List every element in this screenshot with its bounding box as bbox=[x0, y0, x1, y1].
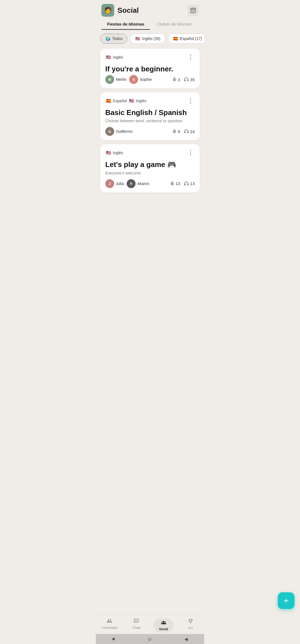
card3-more-button[interactable]: ⋮ bbox=[186, 149, 195, 156]
filter-todos-label: Todos bbox=[112, 36, 122, 41]
headphone-icon bbox=[184, 77, 189, 82]
flag-es-card2: 🇪🇸 bbox=[105, 98, 111, 104]
flag-us-card2: 🇺🇸 bbox=[129, 98, 135, 104]
card3-mic-stat: 13 bbox=[170, 181, 180, 186]
card1-headphone-stat: 35 bbox=[184, 77, 195, 82]
flag-us: 🇺🇸 bbox=[135, 36, 140, 41]
avatar-guillermo: G bbox=[105, 127, 114, 136]
card3-footer: J Julia A Akanni 13 bbox=[105, 179, 195, 188]
card2-mic-stat: 9 bbox=[172, 129, 180, 134]
avatar-merlin: M bbox=[105, 75, 114, 84]
card1-user-merlin: M Merlin bbox=[105, 75, 126, 84]
card1-headphone-count: 35 bbox=[190, 77, 195, 82]
avatar-julia: J bbox=[105, 179, 114, 188]
filter-row: 🌍 Todos 🇺🇸 Inglés (39) 🇪🇸 Español (17) bbox=[96, 30, 204, 46]
card-basic-english[interactable]: 🇪🇸 Español 🇺🇸 Inglés ⋮ Basic English / S… bbox=[100, 92, 200, 140]
svg-rect-6 bbox=[194, 11, 194, 11]
card3-headphone-count: 13 bbox=[190, 181, 195, 186]
avatar-sophie: S bbox=[129, 75, 138, 84]
user-guillermo-name: Guillermo bbox=[116, 129, 132, 134]
filter-todos[interactable]: 🌍 Todos bbox=[100, 34, 127, 44]
svg-rect-8 bbox=[193, 12, 193, 12]
app-header: 🧑 Social bbox=[96, 0, 204, 19]
card2-flag-espanol: 🇪🇸 Español bbox=[105, 98, 127, 104]
user-sophie-name: Sophie bbox=[140, 77, 152, 82]
headphone-icon-3 bbox=[184, 181, 189, 186]
mic-icon-3 bbox=[170, 181, 174, 186]
flag-us-card1: 🇺🇸 bbox=[105, 54, 111, 60]
page-title: Social bbox=[118, 6, 139, 15]
headphone-icon-2 bbox=[184, 129, 189, 134]
card1-flags: 🇺🇸 Inglés bbox=[105, 54, 123, 60]
flag-world: 🌍 bbox=[105, 36, 111, 41]
tab-fiestas[interactable]: Fiestas de Idiomas bbox=[101, 22, 150, 30]
card3-stats: 13 13 bbox=[170, 181, 195, 186]
card2-flag-ingles: 🇺🇸 Inglés bbox=[129, 98, 146, 104]
card2-title: Basic English / Spanish bbox=[105, 108, 195, 117]
card1-header: 🇺🇸 Inglés ⋮ bbox=[105, 54, 195, 61]
card3-flag-ingles: 🇺🇸 Inglés bbox=[105, 150, 123, 156]
user-avatar-header[interactable]: 🧑 bbox=[101, 4, 114, 17]
card1-user-sophie: S Sophie bbox=[129, 75, 152, 84]
card1-more-button[interactable]: ⋮ bbox=[186, 54, 195, 61]
card3-title: Let's play a game 🎮 bbox=[105, 160, 195, 169]
svg-rect-0 bbox=[191, 8, 196, 13]
avatar-akanni: A bbox=[127, 179, 136, 188]
card2-avatars: G Guillermo bbox=[105, 127, 132, 136]
card2-headphone-stat: 24 bbox=[184, 129, 195, 134]
filter-ingles-label: Inglés (39) bbox=[142, 36, 160, 41]
card1-mic-stat: 3 bbox=[172, 77, 180, 82]
tab-clubes[interactable]: Clubes de Idiomas bbox=[150, 22, 199, 30]
svg-rect-4 bbox=[192, 11, 192, 11]
filter-espanol-label: Español (17) bbox=[180, 36, 202, 41]
tabs-row: Fiestas de Idiomas Clubes de Idiomas bbox=[96, 22, 204, 30]
header-left: 🧑 Social bbox=[101, 4, 139, 17]
calendar-button[interactable] bbox=[188, 5, 199, 16]
mic-icon-2 bbox=[172, 129, 177, 134]
card2-footer: G Guillermo 9 24 bbox=[105, 127, 195, 136]
card1-avatars: M Merlin S Sophie bbox=[105, 75, 152, 84]
card-play-game[interactable]: 🇺🇸 Inglés ⋮ Let's play a game 🎮 Everyone… bbox=[100, 144, 200, 192]
card2-flags: 🇪🇸 Español 🇺🇸 Inglés bbox=[105, 98, 146, 104]
card3-avatars: J Julia A Akanni bbox=[105, 179, 149, 188]
card3-headphone-stat: 13 bbox=[184, 181, 195, 186]
card1-footer: M Merlin S Sophie 3 bbox=[105, 75, 195, 84]
user-merlin-name: Merlin bbox=[116, 77, 126, 82]
svg-rect-5 bbox=[193, 11, 193, 11]
card2-more-button[interactable]: ⋮ bbox=[186, 97, 195, 104]
card3-subtitle: Everyone's welcome bbox=[105, 171, 195, 175]
flag-es: 🇪🇸 bbox=[173, 36, 178, 41]
mic-icon bbox=[172, 77, 177, 82]
card2-user-guillermo: G Guillermo bbox=[105, 127, 132, 136]
card3-header: 🇺🇸 Inglés ⋮ bbox=[105, 149, 195, 156]
card1-stats: 3 35 bbox=[172, 77, 195, 82]
card2-stats: 9 24 bbox=[172, 129, 195, 134]
card3-flags: 🇺🇸 Inglés bbox=[105, 150, 123, 156]
card2-subtitle: Choose between word, sentence or questio… bbox=[105, 119, 195, 123]
filter-espanol[interactable]: 🇪🇸 Español (17) bbox=[168, 34, 204, 44]
card1-mic-count: 3 bbox=[178, 77, 180, 82]
cards-container: 🇺🇸 Inglés ⋮ If you're a beginner. M Merl… bbox=[96, 46, 204, 220]
card1-flag-ingles: 🇺🇸 Inglés bbox=[105, 54, 123, 60]
card2-mic-count: 9 bbox=[178, 129, 180, 134]
filter-ingles[interactable]: 🇺🇸 Inglés (39) bbox=[130, 34, 165, 44]
svg-rect-7 bbox=[192, 12, 192, 12]
card2-header: 🇪🇸 Español 🇺🇸 Inglés ⋮ bbox=[105, 97, 195, 104]
card3-user-julia: J Julia bbox=[105, 179, 124, 188]
card3-mic-count: 13 bbox=[176, 181, 180, 186]
card2-headphone-count: 24 bbox=[190, 129, 195, 134]
card3-user-akanni: A Akanni bbox=[127, 179, 149, 188]
card-beginner[interactable]: 🇺🇸 Inglés ⋮ If you're a beginner. M Merl… bbox=[100, 49, 200, 88]
card1-title: If you're a beginner. bbox=[105, 65, 195, 73]
user-julia-name: Julia bbox=[116, 181, 124, 186]
flag-us-card3: 🇺🇸 bbox=[105, 150, 111, 156]
user-akanni-name: Akanni bbox=[137, 181, 149, 186]
